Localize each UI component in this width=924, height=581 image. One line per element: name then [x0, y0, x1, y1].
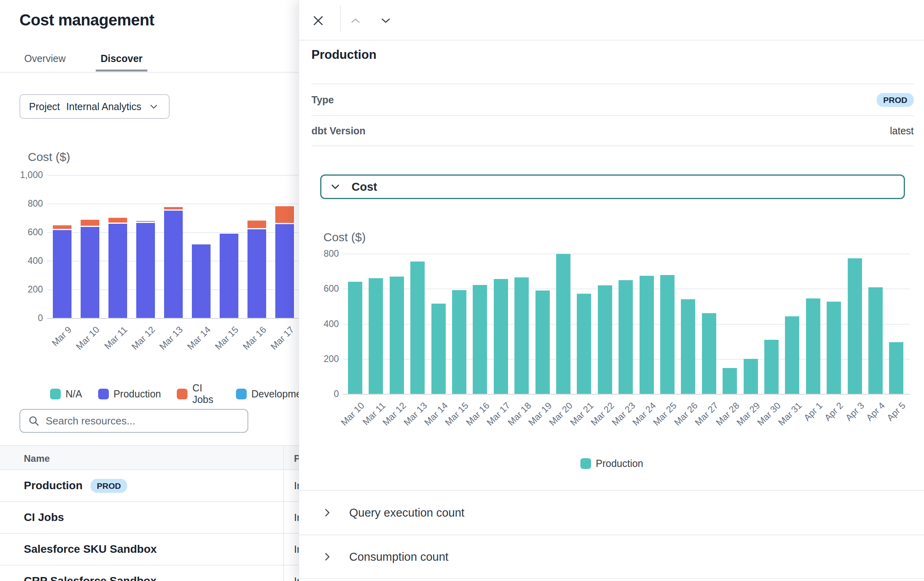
tab-bar: Overview Discover	[19, 53, 147, 71]
bar-mar-24-production[interactable]	[640, 276, 654, 394]
project-filter-value: Internal Analytics	[66, 101, 141, 112]
legend-swatch	[177, 389, 188, 399]
x-axis-tick: Mar 13	[402, 400, 429, 428]
bar-mar-14-production[interactable]	[431, 304, 446, 394]
y-axis-tick: 800	[0, 198, 43, 209]
section-label: Cost	[352, 180, 377, 194]
bar-mar-10-n-a[interactable]	[81, 219, 99, 220]
x-axis-tick: Mar 27	[693, 400, 721, 428]
x-axis-tick: Apr 2	[822, 400, 845, 423]
bar-mar-11-production[interactable]	[369, 278, 383, 394]
page-title: Cost management	[19, 11, 154, 29]
bar-mar-16-production[interactable]	[473, 285, 487, 394]
y-axis-tick: 1,000	[0, 169, 43, 180]
legend-label: Production	[114, 388, 161, 400]
legend-item[interactable]: Production	[580, 458, 644, 469]
bar-mar-27-production[interactable]	[702, 313, 716, 394]
bar-mar-26-production[interactable]	[681, 299, 695, 394]
bar-mar-17-production[interactable]	[275, 224, 294, 318]
topbar-divider	[340, 6, 341, 32]
environment-detail-drawer: Production Type PROD dbt Version latest …	[299, 0, 924, 581]
x-axis-tick: Apr 5	[885, 400, 908, 423]
bar-mar-23-production[interactable]	[619, 280, 633, 394]
x-axis-tick: Mar 10	[74, 324, 102, 352]
x-axis-tick: Mar 17	[485, 400, 512, 428]
bar-mar-17-ci-jobs[interactable]	[275, 206, 294, 224]
legend-item[interactable]: CI Jobs	[177, 382, 220, 405]
chevron-up-icon[interactable]	[348, 14, 363, 28]
chevron-down-icon[interactable]	[379, 14, 393, 28]
gridline	[47, 318, 310, 319]
x-axis-tick: Mar 10	[339, 400, 367, 428]
project-filter-dropdown[interactable]: Project Internal Analytics	[19, 94, 170, 119]
x-axis-tick: Mar 22	[589, 400, 617, 428]
bar-mar-16-production[interactable]	[247, 229, 266, 318]
bar-mar-15-production[interactable]	[452, 290, 466, 394]
bar-mar-17-production[interactable]	[494, 279, 508, 394]
project-filter-label: Project	[29, 101, 60, 112]
bar-mar-9-ci-jobs[interactable]	[53, 225, 72, 230]
bar-mar-30-production[interactable]	[764, 340, 779, 394]
bar-mar-12-production[interactable]	[136, 223, 155, 318]
bar-mar-13-ci-jobs[interactable]	[164, 207, 183, 211]
x-axis-tick: Mar 21	[568, 400, 596, 428]
bar-mar-14-production[interactable]	[192, 244, 211, 318]
cost-detail-chart: Cost ($) Production 0200400600800Mar 10M…	[299, 227, 924, 449]
drawer-title: Production	[311, 48, 377, 62]
bar-mar-13-production[interactable]	[410, 261, 425, 394]
section-consumption-count[interactable]: Consumption count	[299, 535, 924, 579]
x-axis-tick: Mar 9	[50, 324, 74, 349]
bar-mar-12-n-a[interactable]	[136, 220, 155, 221]
bar-mar-9-n-a[interactable]	[53, 224, 72, 225]
column-header-name[interactable]: Name	[24, 446, 50, 471]
field-row-type: Type PROD	[311, 84, 914, 116]
section-cost-expanded[interactable]: Cost	[320, 174, 905, 199]
legend-item[interactable]: Production	[98, 388, 161, 400]
bar-mar-9-production[interactable]	[53, 230, 72, 318]
bar-apr-4-production[interactable]	[868, 287, 883, 394]
bar-mar-10-ci-jobs[interactable]	[81, 220, 99, 227]
resource-name: CRP Salesforce Sandbox	[24, 575, 157, 581]
x-axis-tick: Mar 29	[735, 400, 762, 428]
bar-mar-29-production[interactable]	[744, 359, 758, 394]
legend-item[interactable]: N/A	[50, 388, 82, 400]
bar-mar-10-production[interactable]	[348, 282, 362, 394]
resource-name-text: Salesforce SKU Sandbox	[24, 543, 157, 556]
bar-apr-3-production[interactable]	[848, 258, 862, 394]
bar-apr-5-production[interactable]	[889, 342, 903, 394]
close-icon[interactable]	[311, 14, 325, 28]
search-input[interactable]	[46, 415, 240, 427]
section-query-execution-count[interactable]: Query execution count	[299, 490, 924, 535]
bar-mar-15-production[interactable]	[220, 234, 238, 318]
bar-mar-13-production[interactable]	[164, 211, 183, 318]
x-axis-tick: Mar 18	[506, 400, 534, 428]
bar-mar-28-production[interactable]	[723, 368, 737, 394]
bar-mar-18-production[interactable]	[514, 277, 529, 394]
bar-mar-11-ci-jobs[interactable]	[108, 218, 127, 224]
legend-label: CI Jobs	[192, 382, 220, 405]
gridline	[47, 175, 310, 176]
bar-mar-25-production[interactable]	[660, 275, 675, 394]
bar-mar-22-production[interactable]	[598, 285, 612, 394]
search-box[interactable]	[19, 409, 248, 433]
tab-discover[interactable]: Discover	[96, 53, 147, 71]
bar-mar-11-production[interactable]	[108, 224, 127, 318]
bar-mar-12-production[interactable]	[390, 277, 404, 394]
bar-mar-19-production[interactable]	[535, 290, 550, 394]
y-axis-tick: 600	[299, 283, 339, 294]
bar-mar-31-production[interactable]	[785, 316, 799, 394]
chart-title: Cost ($)	[323, 230, 366, 244]
y-axis-tick: 600	[0, 227, 43, 238]
bar-apr-1-production[interactable]	[806, 298, 820, 394]
bar-apr-2-production[interactable]	[827, 302, 841, 394]
env-type-badge: PROD	[91, 479, 128, 493]
bar-mar-20-production[interactable]	[556, 254, 570, 394]
x-axis-tick: Mar 19	[526, 400, 554, 428]
chart-legend: Production	[299, 458, 924, 469]
section-label: Consumption count	[349, 550, 448, 564]
bar-mar-10-production[interactable]	[81, 227, 99, 318]
x-axis-tick: Mar 17	[269, 324, 296, 352]
tab-overview[interactable]: Overview	[19, 53, 70, 71]
bar-mar-16-ci-jobs[interactable]	[247, 221, 266, 229]
bar-mar-21-production[interactable]	[577, 294, 591, 394]
